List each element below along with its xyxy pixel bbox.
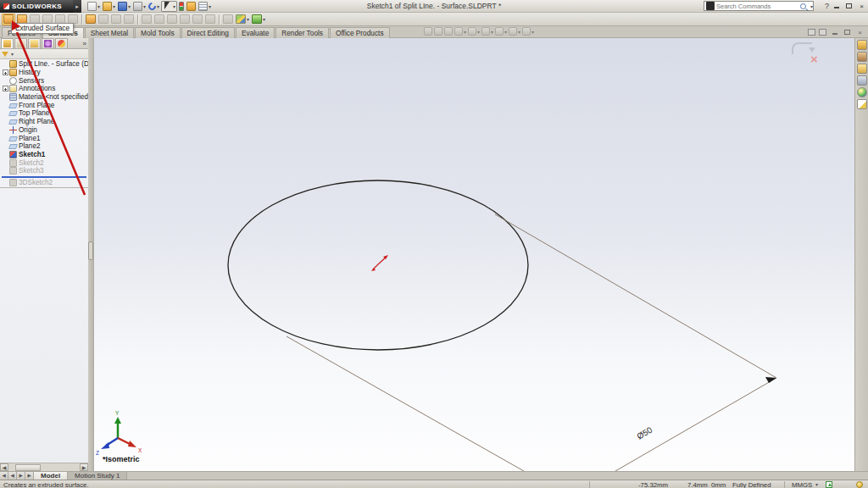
view-settings-button[interactable]: ▾ <box>198 1 212 12</box>
doc-window-icon[interactable] <box>808 29 815 36</box>
edit-appearance-button[interactable]: ▾ <box>509 27 520 36</box>
sketch-origin[interactable] <box>371 255 388 271</box>
custom-properties-icon[interactable] <box>857 99 867 109</box>
tab-office-products[interactable]: Office Products <box>330 27 390 38</box>
replace-face-button[interactable] <box>153 14 165 25</box>
help-button[interactable]: ? <box>825 2 829 10</box>
solidworks-resources-icon[interactable] <box>857 40 867 50</box>
display-style-button[interactable]: ▾ <box>481 27 493 36</box>
tree-item-right-plane[interactable]: Right Plane <box>0 118 88 126</box>
zoom-to-area-button[interactable] <box>434 27 442 36</box>
sketch-edge-bottom-left[interactable] <box>287 336 524 471</box>
view-settings-dropdown-icon[interactable]: ▾ <box>209 3 211 9</box>
view-orientation-dropdown-icon[interactable]: ▾ <box>477 29 480 35</box>
menu-flyout-arrow-icon[interactable]: ▸ <box>73 0 81 13</box>
save-dropdown-icon[interactable]: ▾ <box>128 3 131 9</box>
thicken-button[interactable] <box>222 14 234 25</box>
reference-geometry-dropdown-icon[interactable]: ▾ <box>247 16 249 22</box>
doc-window-icon[interactable] <box>819 29 826 36</box>
units-label[interactable]: MMGS <box>792 481 812 488</box>
panel-tabs-overflow-icon[interactable]: » <box>83 40 86 47</box>
curves-dropdown-icon[interactable]: ▾ <box>263 16 265 22</box>
tree-item-split-line-surface-default-d[interactable]: Split LIne. - Surface (Default<<D <box>0 60 88 69</box>
tree-item-front-plane[interactable]: Front Plane <box>0 101 88 109</box>
open-button[interactable]: ▾ <box>102 1 116 12</box>
tag-icon[interactable] <box>826 481 832 488</box>
search-icon[interactable] <box>800 3 806 9</box>
search-input[interactable] <box>716 3 800 10</box>
section-view-button[interactable]: ▾ <box>454 27 466 36</box>
tab-direct-editing[interactable]: Direct Editing <box>181 27 235 38</box>
dimension-text[interactable]: Ø50 <box>635 424 654 441</box>
model-tab-motion-study-1[interactable]: Motion Study 1 <box>68 472 127 480</box>
tree-item-history[interactable]: History <box>0 69 88 77</box>
section-view-dropdown-icon[interactable]: ▾ <box>464 29 466 35</box>
curves-button[interactable]: ▾ <box>251 14 266 25</box>
tree-item-plane1[interactable]: Plane1 <box>0 134 88 142</box>
sketch-canvas[interactable]: Ø50 Y X Z <box>94 38 854 471</box>
search-scope-icon[interactable] <box>706 2 715 10</box>
save-button[interactable]: ▾ <box>117 1 131 12</box>
knit-surface-button[interactable] <box>204 14 216 25</box>
model-tab-model[interactable]: Model <box>34 472 68 480</box>
filter-funnel-icon[interactable] <box>2 52 8 57</box>
sketch-edge-top-right[interactable] <box>495 214 776 378</box>
doc-close-button[interactable]: × <box>855 28 865 36</box>
reference-geometry-button[interactable]: ▾ <box>235 14 250 25</box>
select-button[interactable]: ▾ <box>161 1 177 12</box>
exit-sketch-icon[interactable] <box>792 42 812 54</box>
apply-scene-dropdown-icon[interactable]: ▾ <box>531 29 534 35</box>
tree-item-origin[interactable]: Origin <box>0 126 88 135</box>
panel-tab-displaymanager[interactable] <box>55 38 68 48</box>
tree-filter-row[interactable]: ▾ <box>0 49 88 59</box>
tree-item-3dsketch2[interactable]: 3DSketch2 <box>0 179 88 187</box>
offset-surface-button[interactable] <box>97 14 109 25</box>
filter-dropdown-icon[interactable]: ▾ <box>11 51 14 57</box>
extend-surface-button[interactable] <box>166 14 178 25</box>
rebuild-button[interactable] <box>178 1 185 12</box>
filled-surface-button[interactable] <box>123 14 135 25</box>
tree-item-sensors[interactable]: Sensors <box>0 76 88 85</box>
undo-dropdown-icon[interactable]: ▾ <box>157 3 159 9</box>
rollback-bar[interactable] <box>2 176 86 178</box>
view-palette-icon[interactable] <box>857 75 867 86</box>
tree-item-sketch3[interactable]: Sketch3 <box>0 167 88 175</box>
tree-item-plane2[interactable]: Plane2 <box>0 142 88 151</box>
tab-scroll-first-button[interactable]: ◀ <box>0 472 8 480</box>
doc-restore-button[interactable] <box>843 28 852 36</box>
restore-button[interactable] <box>844 2 854 10</box>
print-button[interactable]: ▾ <box>132 1 147 12</box>
tree-item-material-not-specified[interactable]: Material <not specified> <box>0 93 88 102</box>
tab-scroll-previous-button[interactable]: ◀ <box>8 472 17 480</box>
scrollbar-thumb[interactable] <box>15 464 41 471</box>
options-button[interactable] <box>186 1 197 12</box>
doc-minimize-button[interactable] <box>830 28 839 36</box>
open-dropdown-icon[interactable]: ▾ <box>113 3 115 9</box>
expand-icon[interactable] <box>3 86 8 92</box>
tree-item-annotations[interactable]: Annotations <box>0 85 88 93</box>
expand-icon[interactable] <box>3 69 8 75</box>
panel-tab-featuremanager[interactable] <box>1 38 14 48</box>
units-dropdown-icon[interactable]: ▾ <box>815 481 818 487</box>
tab-scroll-last-button[interactable]: ▶ <box>25 472 34 480</box>
scroll-left-button[interactable]: ◀ <box>0 463 8 471</box>
panel-tab-propertymanager[interactable] <box>14 38 27 48</box>
appearances-icon[interactable] <box>857 87 867 97</box>
close-button[interactable]: × <box>857 2 866 10</box>
tab-sheet-metal[interactable]: Sheet Metal <box>85 27 134 38</box>
new-document-button[interactable]: ▾ <box>86 1 101 12</box>
sketch-circle[interactable] <box>228 180 528 350</box>
ruled-surface-button[interactable] <box>110 14 122 25</box>
hide-show-items-button[interactable]: ▾ <box>495 27 507 36</box>
display-style-dropdown-icon[interactable]: ▾ <box>491 29 493 35</box>
file-explorer-icon[interactable] <box>857 64 867 74</box>
tab-render-tools[interactable]: Render Tools <box>275 27 329 38</box>
delete-face-button[interactable] <box>141 14 153 25</box>
scroll-right-button[interactable]: ▶ <box>80 463 88 471</box>
panel-horizontal-scrollbar[interactable]: ◀ ▶ <box>0 463 88 471</box>
tree-item-sketch1[interactable]: Sketch1 <box>0 151 88 159</box>
planar-surface-button[interactable] <box>85 14 97 25</box>
new-document-dropdown-icon[interactable]: ▾ <box>97 3 100 9</box>
undo-button[interactable]: ▾ <box>147 1 160 12</box>
edit-appearance-dropdown-icon[interactable]: ▾ <box>518 29 520 35</box>
